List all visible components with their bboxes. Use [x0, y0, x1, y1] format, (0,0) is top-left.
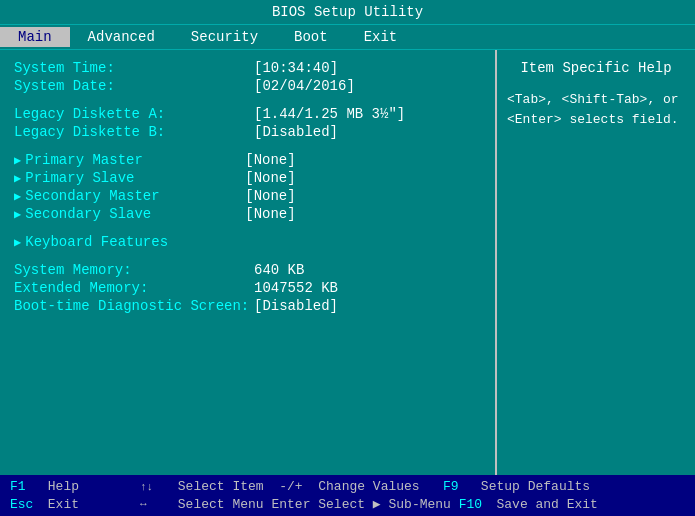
- esc-key: Esc: [10, 497, 40, 512]
- title-bar: BIOS Setup Utility: [0, 0, 695, 24]
- secondary-slave-arrow: ▶: [14, 207, 21, 222]
- content-area: System Time: [10:34:40] System Date: [02…: [0, 50, 695, 475]
- primary-master-value: [None]: [245, 152, 295, 168]
- secondary-master-label: Secondary Master: [25, 188, 245, 204]
- secondary-slave-row[interactable]: ▶ Secondary Slave [None]: [14, 206, 481, 222]
- primary-master-arrow: ▶: [14, 153, 21, 168]
- bios-container: BIOS Setup Utility Main Advanced Securit…: [0, 0, 695, 516]
- f10-key: F10: [459, 497, 489, 512]
- system-time-highlight[interactable]: 10: [262, 60, 279, 76]
- menu-advanced[interactable]: Advanced: [70, 27, 173, 47]
- keyboard-features-row[interactable]: ▶ Keyboard Features: [14, 234, 481, 250]
- f9-desc: Setup Defaults: [473, 479, 590, 494]
- primary-slave-label: Primary Slave: [25, 170, 245, 186]
- f1-key: F1: [10, 479, 40, 494]
- keyboard-features-arrow: ▶: [14, 235, 21, 250]
- primary-master-label: Primary Master: [25, 152, 245, 168]
- sub-menu-desc: Select ▶ Sub-Menu: [310, 496, 458, 512]
- diskette-b-label: Legacy Diskette B:: [14, 124, 254, 140]
- left-panel: System Time: [10:34:40] System Date: [02…: [0, 50, 495, 475]
- change-values-desc: Change Values: [303, 479, 443, 494]
- menu-security[interactable]: Security: [173, 27, 276, 47]
- extended-memory-row: Extended Memory: 1047552 KB: [14, 280, 481, 296]
- system-date-value[interactable]: [02/04/2016]: [254, 78, 355, 94]
- select-menu-desc: Select Menu: [170, 497, 271, 512]
- diskette-a-value[interactable]: [1.44/1.25 MB 3½"]: [254, 106, 405, 122]
- diskette-b-row: Legacy Diskette B: [Disabled]: [14, 124, 481, 140]
- system-time-value[interactable]: [10:34:40]: [254, 60, 338, 76]
- system-memory-row: System Memory: 640 KB: [14, 262, 481, 278]
- menu-boot[interactable]: Boot: [276, 27, 346, 47]
- f9-key: F9: [443, 479, 473, 494]
- status-bar: F1 Help ↑↓ Select Item -/+ Change Values…: [0, 475, 695, 516]
- diskette-a-label: Legacy Diskette A:: [14, 106, 254, 122]
- updown-arrows: ↑↓: [140, 481, 170, 493]
- menu-bar[interactable]: Main Advanced Security Boot Exit: [0, 24, 695, 50]
- f10-desc: Save and Exit: [489, 497, 598, 512]
- system-memory-value: 640 KB: [254, 262, 304, 278]
- menu-exit[interactable]: Exit: [346, 27, 416, 47]
- secondary-master-value: [None]: [245, 188, 295, 204]
- bios-title: BIOS Setup Utility: [272, 4, 423, 20]
- extended-memory-label: Extended Memory:: [14, 280, 254, 296]
- system-time-row: System Time: [10:34:40]: [14, 60, 481, 76]
- change-sep: -/+: [279, 479, 302, 494]
- system-date-row: System Date: [02/04/2016]: [14, 78, 481, 94]
- keyboard-features-label: Keyboard Features: [25, 234, 245, 250]
- primary-slave-value: [None]: [245, 170, 295, 186]
- system-memory-label: System Memory:: [14, 262, 254, 278]
- secondary-master-arrow: ▶: [14, 189, 21, 204]
- secondary-slave-value: [None]: [245, 206, 295, 222]
- boot-diagnostic-value[interactable]: [Disabled]: [254, 298, 338, 314]
- extended-memory-value: 1047552 KB: [254, 280, 338, 296]
- primary-slave-arrow: ▶: [14, 171, 21, 186]
- secondary-master-row[interactable]: ▶ Secondary Master [None]: [14, 188, 481, 204]
- secondary-slave-label: Secondary Slave: [25, 206, 245, 222]
- boot-diagnostic-label: Boot-time Diagnostic Screen:: [14, 298, 254, 314]
- primary-slave-row[interactable]: ▶ Primary Slave [None]: [14, 170, 481, 186]
- help-panel: Item Specific Help <Tab>, <Shift-Tab>, o…: [495, 50, 695, 475]
- enter-sep: Enter: [271, 497, 310, 512]
- select-item-desc: Select Item: [170, 479, 279, 494]
- primary-master-row[interactable]: ▶ Primary Master [None]: [14, 152, 481, 168]
- esc-desc: Exit: [40, 497, 140, 512]
- help-title: Item Specific Help: [507, 60, 685, 76]
- f1-desc: Help: [40, 479, 140, 494]
- leftright-arrows: ↔: [140, 498, 170, 510]
- boot-diagnostic-row: Boot-time Diagnostic Screen: [Disabled]: [14, 298, 481, 314]
- diskette-b-value[interactable]: [Disabled]: [254, 124, 338, 140]
- help-text: <Tab>, <Shift-Tab>, or <Enter> selects f…: [507, 90, 685, 129]
- system-date-label: System Date:: [14, 78, 254, 94]
- menu-main[interactable]: Main: [0, 27, 70, 47]
- status-row-2: Esc Exit ↔ Select Menu Enter Select ▶ Su…: [10, 496, 685, 512]
- status-row-1: F1 Help ↑↓ Select Item -/+ Change Values…: [10, 479, 685, 494]
- diskette-a-row: Legacy Diskette A: [1.44/1.25 MB 3½"]: [14, 106, 481, 122]
- system-time-label: System Time:: [14, 60, 254, 76]
